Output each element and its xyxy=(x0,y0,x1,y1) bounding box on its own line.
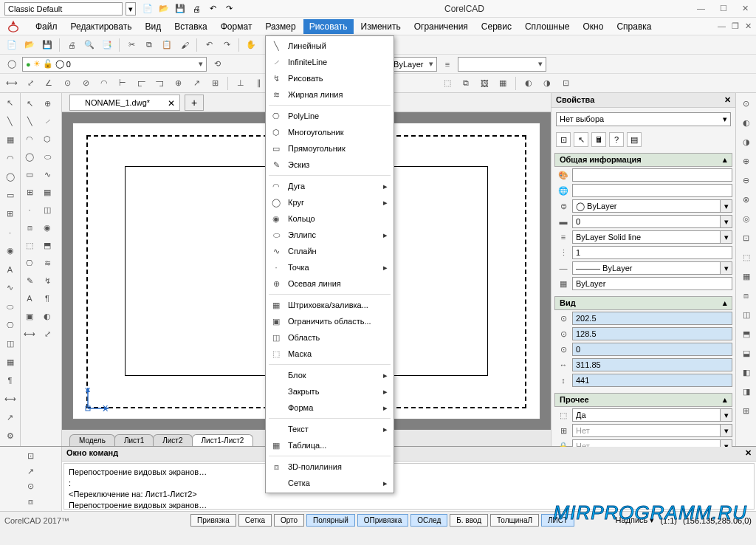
menu-item-polyline[interactable]: ⎔PolyLine xyxy=(266,108,394,124)
calc-icon[interactable]: 🖩 xyxy=(591,132,606,147)
r10-icon[interactable]: ▦ xyxy=(739,269,754,284)
menu-item-формат[interactable]: Формат xyxy=(215,19,258,34)
misc2-icon[interactable]: ◑ xyxy=(540,76,554,91)
cl4-icon[interactable]: ⧈ xyxy=(24,496,38,508)
cut-icon[interactable]: ✂ xyxy=(124,38,139,52)
table-icon[interactable]: ▦ xyxy=(3,355,18,369)
property-value[interactable]: Да xyxy=(572,408,721,422)
menu-item-окно[interactable]: Окно xyxy=(577,19,609,34)
rect-icon[interactable]: ▭ xyxy=(3,188,18,202)
leader-icon[interactable]: ↗ xyxy=(3,411,18,425)
menu-item-штриховка-заливка-[interactable]: ▦Штриховка/заливка... xyxy=(266,297,394,313)
t9-icon[interactable]: ▭ xyxy=(22,167,37,182)
t6-icon[interactable]: ⬡ xyxy=(40,131,55,146)
menu-item-редактировать[interactable]: Редактировать xyxy=(65,19,138,34)
doc-minimize-icon[interactable]: — xyxy=(718,21,726,31)
layer-selector[interactable]: ● ☀ 🔓 ◯ 0 ▾ xyxy=(22,57,207,72)
r15-icon[interactable]: ◧ xyxy=(739,365,754,380)
dim-tolerance-icon[interactable]: ⊞ xyxy=(207,76,222,91)
mtext-icon[interactable]: ¶ xyxy=(3,374,18,388)
menu-item-ограничить-область-[interactable]: ▣Ограничить область... xyxy=(266,313,394,329)
doc-close-icon[interactable]: ✕ xyxy=(745,21,752,31)
maximize-icon[interactable]: ☐ xyxy=(717,4,730,13)
t16-icon[interactable]: ◉ xyxy=(40,220,55,235)
status-toggle-полярный[interactable]: Полярный xyxy=(306,514,355,527)
menu-item-изменить[interactable]: Изменить xyxy=(355,19,407,34)
tab-close-icon[interactable]: ✕ xyxy=(168,98,175,109)
menu-item-жирная-линия[interactable]: ≋Жирная линия xyxy=(266,86,394,103)
menu-item-область[interactable]: ◫Область xyxy=(266,329,394,346)
r13-icon[interactable]: ⬒ xyxy=(739,326,754,341)
t3-icon[interactable]: ╲ xyxy=(22,114,37,128)
chevron-down-icon[interactable]: ▾ xyxy=(721,261,732,275)
constraint1-icon[interactable]: ⊥ xyxy=(233,76,248,91)
r6-icon[interactable]: ⊗ xyxy=(739,192,754,207)
redo-icon[interactable]: ↷ xyxy=(219,38,234,52)
t19-icon[interactable]: ⎔ xyxy=(22,256,37,270)
quick-select-icon[interactable]: ⊡ xyxy=(556,132,571,147)
r2-icon[interactable]: ◐ xyxy=(739,115,754,130)
menu-item-блок[interactable]: Блок▸ xyxy=(266,367,394,383)
menu-item-рисовать[interactable]: Рисовать xyxy=(303,19,354,34)
toggle-icon[interactable]: ▤ xyxy=(627,132,642,147)
menu-item-сервис[interactable]: Сервис xyxy=(475,19,518,34)
chevron-down-icon[interactable]: ▾ xyxy=(721,230,732,244)
pick-icon[interactable]: ↖ xyxy=(574,132,588,147)
hatch-icon[interactable]: ▦ xyxy=(3,133,18,147)
t7-icon[interactable]: ◯ xyxy=(22,149,37,164)
t1-icon[interactable]: ↖ xyxy=(22,96,37,111)
circle-icon[interactable]: ◯ xyxy=(3,170,18,184)
copy-icon[interactable]: ⧉ xyxy=(142,38,157,52)
status-toggle-б. ввод[interactable]: Б. ввод xyxy=(450,514,488,527)
property-value[interactable]: 311.85 xyxy=(572,358,732,371)
open-icon[interactable]: 📂 xyxy=(158,3,170,15)
menu-item-текст[interactable]: Текст▸ xyxy=(266,421,394,437)
t12-icon[interactable]: ▦ xyxy=(40,185,55,199)
menu-item-вид[interactable]: Вид xyxy=(139,19,167,34)
line-icon[interactable]: ╲ xyxy=(3,114,18,128)
menu-item-вставка[interactable]: Вставка xyxy=(168,19,213,34)
selection-combo[interactable]: Нет выбора ▾ xyxy=(556,112,731,126)
r3-icon[interactable]: ◑ xyxy=(739,134,754,149)
t13-icon[interactable]: · xyxy=(22,202,37,217)
dim-linear-icon[interactable]: ⟷ xyxy=(4,76,19,91)
menu-item-infiniteline[interactable]: ⟋InfiniteLine xyxy=(266,54,394,70)
chevron-down-icon[interactable]: ▾ xyxy=(721,424,732,437)
t17-icon[interactable]: ⬚ xyxy=(22,238,37,253)
menu-item-рисовать[interactable]: ↯Рисовать xyxy=(266,70,394,86)
r4-icon[interactable]: ⊕ xyxy=(739,154,754,168)
property-value[interactable]: 128.5 xyxy=(572,327,732,340)
new-file-icon[interactable]: 📄 xyxy=(4,38,19,52)
property-value[interactable] xyxy=(572,168,732,182)
property-value[interactable]: Нет xyxy=(572,424,721,437)
menu-item-маска[interactable]: ⬚Маска xyxy=(266,346,394,362)
menu-item-кольцо[interactable]: ◉Кольцо xyxy=(266,210,394,227)
sheet-tab-лист2[interactable]: Лист2 xyxy=(153,434,192,446)
workspace-selector[interactable] xyxy=(4,2,123,16)
dim-baseline-icon[interactable]: ⫍ xyxy=(134,76,148,91)
layer-manager-icon[interactable]: ◯ xyxy=(4,57,19,72)
property-value[interactable]: ByLayer Solid line xyxy=(572,230,721,244)
chevron-down-icon[interactable]: ▾ xyxy=(721,199,732,213)
settings-icon[interactable]: ⚙ xyxy=(3,429,18,443)
menu-item-файл[interactable]: Файл xyxy=(30,19,63,34)
r9-icon[interactable]: ⬚ xyxy=(739,250,754,264)
match-icon[interactable]: 🖌 xyxy=(177,38,192,52)
minimize-icon[interactable]: — xyxy=(694,4,708,13)
cl3-icon[interactable]: ⊙ xyxy=(24,481,38,493)
misc3-icon[interactable]: ⊡ xyxy=(558,76,573,91)
r7-icon[interactable]: ◎ xyxy=(739,211,754,226)
menu-item-эскиз[interactable]: ✎Эскиз xyxy=(266,157,394,173)
t22-icon[interactable]: ↯ xyxy=(40,273,55,288)
layer-prev-icon[interactable]: ⟲ xyxy=(210,57,224,72)
t2-icon[interactable]: ⊕ xyxy=(40,96,55,111)
paste-icon[interactable]: 📋 xyxy=(159,38,174,52)
dim-center-icon[interactable]: ⊕ xyxy=(171,76,185,91)
chevron-down-icon[interactable]: ▾ xyxy=(721,215,732,228)
menu-item-ограничения[interactable]: Ограничения xyxy=(408,19,474,34)
constraint2-icon[interactable]: ∥ xyxy=(252,76,267,91)
r14-icon[interactable]: ⬓ xyxy=(739,346,754,360)
pan-icon[interactable]: ✋ xyxy=(244,38,258,52)
property-value[interactable]: 441 xyxy=(572,374,732,387)
text-icon[interactable]: A xyxy=(3,262,18,276)
